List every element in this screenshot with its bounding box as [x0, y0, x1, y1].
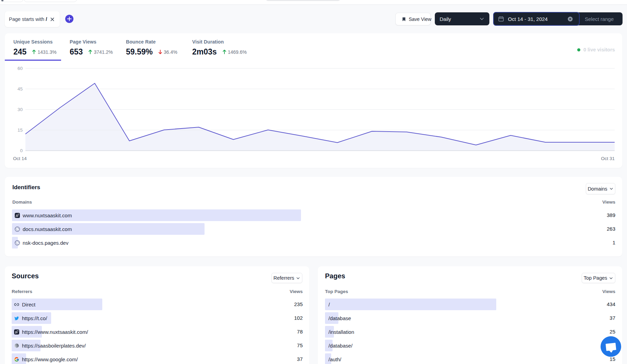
svg-text:30: 30 — [18, 107, 23, 112]
svg-text:Oct 14: Oct 14 — [13, 156, 27, 161]
svg-text:0: 0 — [20, 148, 23, 153]
svg-text:45: 45 — [18, 86, 23, 92]
svg-text:60: 60 — [18, 66, 23, 71]
svg-text:Oct 31: Oct 31 — [601, 156, 615, 161]
svg-text:15: 15 — [18, 128, 23, 133]
